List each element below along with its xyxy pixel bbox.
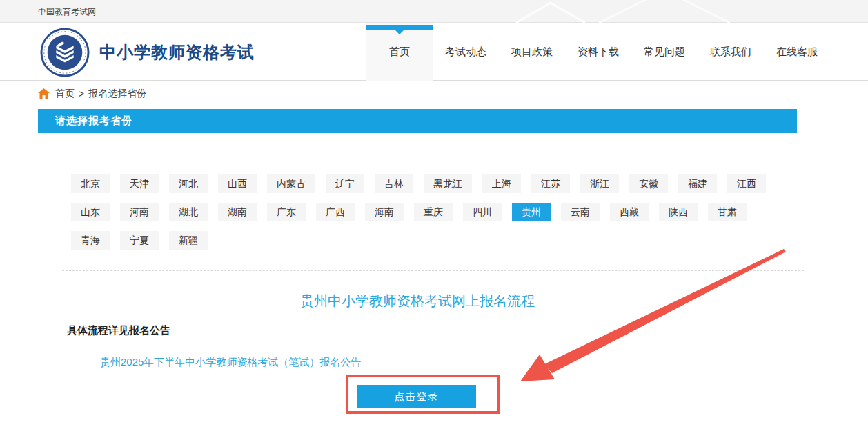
province-grid: 北京天津河北山西内蒙古辽宁吉林黑龙江上海江苏浙江安徽福建江西山东河南湖北湖南广东… [71, 174, 776, 259]
province-button[interactable]: 山东 [71, 203, 110, 221]
province-row: 北京天津河北山西内蒙古辽宁吉林黑龙江上海江苏浙江安徽福建江西 [71, 174, 776, 193]
province-button[interactable]: 湖南 [218, 203, 257, 221]
flow-note: 具体流程详见报名公告 [67, 324, 170, 337]
province-button[interactable]: 河北 [169, 174, 208, 193]
province-button[interactable]: 西藏 [610, 203, 649, 221]
site-name[interactable]: 中国教育考试网 [38, 6, 96, 18]
province-button[interactable]: 安徽 [629, 174, 668, 193]
login-button[interactable]: 点击登录 [357, 385, 476, 408]
nav-item-label: 项目政策 [511, 46, 553, 59]
nav-item-label: 常见问题 [644, 46, 685, 59]
province-button[interactable]: 宁夏 [120, 231, 159, 250]
province-row: 山东河南湖北湖南广东广西海南重庆四川贵州云南西藏陕西甘肃 [71, 203, 776, 221]
province-button[interactable]: 山西 [218, 174, 257, 193]
province-button[interactable]: 海南 [365, 203, 404, 221]
nav-item-0-active[interactable]: 首页 [366, 23, 433, 81]
nav-item-1[interactable]: 考试动态 [433, 23, 499, 81]
nav-item-label: 首页 [389, 46, 410, 59]
province-button[interactable]: 甘肃 [708, 203, 747, 221]
province-button[interactable]: 广西 [316, 203, 355, 221]
province-button[interactable]: 重庆 [414, 203, 453, 221]
province-button[interactable]: 青海 [71, 231, 110, 250]
nav-item-label: 联系我们 [710, 46, 751, 59]
province-button[interactable]: 广东 [267, 203, 306, 221]
flow-title: 贵州中小学教师资格考试网上报名流程 [38, 292, 797, 310]
main-nav: 首页考试动态项目政策资料下载常见问题联系我们在线客服 [366, 23, 830, 81]
nav-item-4[interactable]: 常见问题 [631, 23, 698, 81]
province-button[interactable]: 北京 [71, 174, 110, 193]
brand-title: 中小学教师资格考试 [99, 41, 255, 63]
province-button[interactable]: 江西 [727, 174, 766, 193]
province-button[interactable]: 云南 [561, 203, 600, 221]
announcement-link[interactable]: 贵州2025年下半年中小学教师资格考试（笔试）报名公告 [100, 356, 361, 369]
breadcrumb-separator: > [79, 88, 84, 99]
province-button[interactable]: 福建 [678, 174, 717, 193]
nav-item-5[interactable]: 联系我们 [698, 23, 764, 81]
province-button[interactable]: 四川 [463, 203, 502, 221]
nav-item-3[interactable]: 资料下载 [565, 23, 631, 81]
mountain-deco-icon [502, 0, 778, 23]
nav-item-label: 资料下载 [578, 46, 619, 59]
select-province-banner: 请选择报考省份 [38, 109, 797, 133]
province-button[interactable]: 湖北 [169, 203, 208, 221]
main-header: 中小学教师资格考试 首页考试动态项目政策资料下载常见问题联系我们在线客服 [0, 23, 868, 81]
breadcrumb-home-link[interactable]: 首页 [55, 88, 75, 100]
province-button[interactable]: 河南 [120, 203, 159, 221]
province-button[interactable]: 黑龙江 [424, 174, 472, 193]
banner-title: 请选择报考省份 [55, 114, 132, 128]
breadcrumb: 首页 > 报名选择省份 [38, 88, 150, 100]
breadcrumb-current: 报名选择省份 [88, 88, 146, 100]
nav-item-label: 在线客服 [776, 46, 818, 59]
province-button[interactable]: 天津 [120, 174, 159, 193]
home-icon [38, 88, 50, 99]
ntce-logo-icon [40, 28, 90, 77]
page: 中国教育考试网 中小学教师资格考试 首页考试动态项目政策资料下载常见问题联系我们… [0, 0, 868, 429]
brand[interactable]: 中小学教师资格考试 [40, 27, 255, 78]
province-button[interactable]: 陕西 [659, 203, 698, 221]
nav-item-2[interactable]: 项目政策 [499, 23, 565, 81]
nav-item-6[interactable]: 在线客服 [764, 23, 830, 81]
province-button[interactable]: 吉林 [375, 174, 413, 193]
province-button[interactable]: 内蒙古 [267, 174, 315, 193]
top-utility-bar: 中国教育考试网 [0, 0, 868, 23]
dashed-divider [62, 270, 804, 271]
province-button[interactable]: 江苏 [531, 174, 570, 193]
province-button[interactable]: 浙江 [580, 174, 619, 193]
province-button[interactable]: 上海 [482, 174, 521, 193]
province-button[interactable]: 新疆 [169, 231, 208, 250]
nav-item-label: 考试动态 [445, 46, 486, 59]
province-row: 青海宁夏新疆 [71, 231, 776, 250]
province-button-selected[interactable]: 贵州 [512, 203, 551, 221]
province-button[interactable]: 辽宁 [326, 174, 364, 193]
